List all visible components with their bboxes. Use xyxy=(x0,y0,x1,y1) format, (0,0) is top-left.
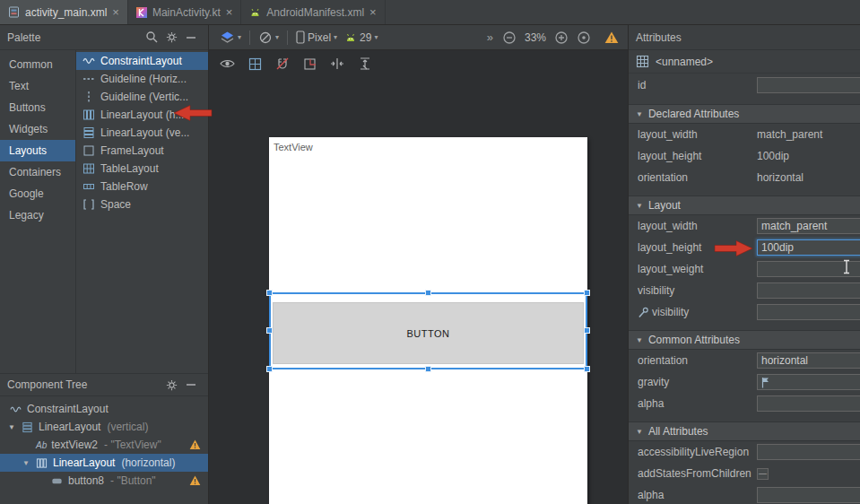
tab-activity-main-xml[interactable]: activity_main.xml × xyxy=(0,0,128,24)
search-icon[interactable] xyxy=(142,28,161,48)
expand-arrow-icon[interactable]: ▼ xyxy=(7,423,16,431)
category-text[interactable]: Text xyxy=(0,75,75,97)
zoom-in-button[interactable] xyxy=(554,30,569,45)
tablerow-icon xyxy=(82,180,95,194)
device-selector[interactable]: Pixel ▾ xyxy=(292,30,341,44)
tab-label: AndroidManifest.xml xyxy=(266,6,364,19)
close-icon[interactable]: × xyxy=(369,6,377,18)
category-google[interactable]: Google xyxy=(0,183,75,204)
selection-handle[interactable] xyxy=(425,366,431,372)
orientation-input[interactable] xyxy=(757,352,860,369)
tree-item-label: LinearLayout xyxy=(53,456,115,469)
gravity-input[interactable] xyxy=(757,374,860,390)
surface-mode-button[interactable]: ▾ xyxy=(216,30,245,45)
palette-item-space[interactable]: Space xyxy=(76,196,208,213)
accessibilityliveregion-input[interactable] xyxy=(757,444,860,460)
zoom-level: 33% xyxy=(525,31,546,44)
chevron-down-icon: ▾ xyxy=(275,33,279,41)
layout-height-input[interactable] xyxy=(757,239,860,256)
palette-item-linearlayout-horizontal[interactable]: LinearLayout (h... xyxy=(76,106,208,124)
api-level-selector[interactable]: 29 ▾ xyxy=(341,31,381,44)
warning-icon[interactable] xyxy=(604,31,619,44)
category-legacy[interactable]: Legacy xyxy=(0,204,75,226)
tab-mainactivity-kt[interactable]: MainActivity.kt × xyxy=(128,0,241,24)
component-tree-header: Component Tree xyxy=(0,373,208,396)
blueprint-grid-icon[interactable] xyxy=(248,57,262,71)
section-layout[interactable]: ▼ Layout xyxy=(629,196,860,215)
canvas-button[interactable]: BUTTON xyxy=(273,302,584,364)
selection-handle[interactable] xyxy=(584,327,590,334)
tree-item-linearlayout-horizontal[interactable]: ▼ LinearLayout (horizontal) xyxy=(0,454,208,472)
selected-component-row: <unnamed> xyxy=(629,50,860,74)
component-name: <unnamed> xyxy=(656,56,713,68)
tab-androidmanifest-xml[interactable]: AndroidManifest.xml × xyxy=(241,0,385,24)
layout-width-input[interactable] xyxy=(757,218,860,234)
device-screen[interactable]: TextView BUTTON xyxy=(269,137,587,504)
tree-item-suffix: - "TextView" xyxy=(104,439,161,451)
addstatesfromchildren-checkbox[interactable]: — xyxy=(757,468,769,480)
selection-handle[interactable] xyxy=(266,290,273,296)
minimize-icon[interactable] xyxy=(181,375,201,395)
selection-handle[interactable] xyxy=(425,290,431,296)
selection-handle[interactable] xyxy=(584,290,590,296)
alpha-input[interactable] xyxy=(757,395,860,412)
pack-horizontal-icon[interactable] xyxy=(330,56,344,71)
linearlayout-horizontal-icon xyxy=(82,109,95,122)
category-buttons[interactable]: Buttons xyxy=(0,97,75,118)
category-widgets[interactable]: Widgets xyxy=(0,118,75,140)
tools-visibility-input[interactable] xyxy=(757,304,860,320)
palette-item-framelayout[interactable]: FrameLayout xyxy=(76,142,208,160)
view-options-eye-icon[interactable] xyxy=(220,57,235,70)
tree-item-linearlayout-vertical[interactable]: ▼ LinearLayout (vertical) xyxy=(0,418,208,436)
selection-handle[interactable] xyxy=(266,366,273,372)
canvas-textview[interactable]: TextView xyxy=(274,142,313,152)
visibility-input[interactable] xyxy=(757,282,860,299)
attr-row-declared-layout-width[interactable]: layout_width match_parent xyxy=(629,124,860,145)
design-surface[interactable]: TextView BUTTON xyxy=(209,50,628,504)
selection-handle[interactable] xyxy=(266,327,273,334)
all-alpha-input[interactable] xyxy=(757,487,860,503)
textview-ab-icon: Ab xyxy=(36,440,47,450)
default-margins-icon[interactable] xyxy=(303,57,317,71)
palette-item-tablelayout[interactable]: TableLayout xyxy=(76,160,208,178)
minimize-icon[interactable] xyxy=(181,28,201,48)
attr-row-declared-orientation[interactable]: orientation horizontal xyxy=(629,167,860,188)
category-containers[interactable]: Containers xyxy=(0,161,75,183)
magnet-off-icon[interactable] xyxy=(275,57,290,71)
palette-item-constraintlayout[interactable]: ConstraintLayout xyxy=(76,52,208,70)
close-icon[interactable]: × xyxy=(226,6,233,18)
section-declared-attributes[interactable]: ▼ Declared Attributes xyxy=(629,104,860,124)
attr-row-declared-layout-height[interactable]: layout_height 100dip xyxy=(629,145,860,167)
id-input[interactable] xyxy=(757,77,860,93)
palette-item-linearlayout-vertical[interactable]: LinearLayout (ve... xyxy=(76,124,208,142)
section-common-attributes[interactable]: ▼ Common Attributes xyxy=(629,330,860,350)
selection-handle[interactable] xyxy=(584,366,590,372)
category-layouts[interactable]: Layouts xyxy=(0,140,75,161)
expand-vertical-icon[interactable] xyxy=(358,56,372,71)
section-all-attributes[interactable]: ▼ All Attributes xyxy=(629,421,860,441)
orientation-theme-button[interactable]: ▾ xyxy=(255,30,282,45)
warning-icon[interactable] xyxy=(189,475,201,486)
category-common[interactable]: Common xyxy=(0,54,75,75)
palette-item-guideline-vertical[interactable]: Guideline (Vertic... xyxy=(76,88,208,106)
close-icon[interactable]: × xyxy=(112,6,119,18)
layout-weight-input[interactable] xyxy=(757,261,860,277)
toolbar-overflow-button[interactable]: » xyxy=(487,30,494,44)
gear-icon[interactable] xyxy=(161,375,181,395)
component-grid-icon xyxy=(636,55,649,68)
selected-linearlayout[interactable]: BUTTON xyxy=(269,292,587,369)
editor-tab-bar: activity_main.xml × MainActivity.kt × An… xyxy=(0,0,860,25)
tree-item-textview2[interactable]: Ab textView2 - "TextView" xyxy=(0,436,208,454)
canvas-button-label: BUTTON xyxy=(406,328,449,339)
zoom-to-fit-button[interactable] xyxy=(577,30,591,45)
warning-icon[interactable] xyxy=(189,439,201,450)
tree-item-constraintlayout[interactable]: ConstraintLayout xyxy=(0,400,208,418)
tree-item-button8[interactable]: button8 - "Button" xyxy=(0,472,208,490)
chevron-down-icon: ▾ xyxy=(374,33,378,41)
palette-item-tablerow[interactable]: TableRow xyxy=(76,178,208,196)
flag-icon xyxy=(760,377,770,388)
expand-arrow-icon[interactable]: ▼ xyxy=(22,459,30,467)
gear-icon[interactable] xyxy=(161,28,181,48)
palette-item-guideline-horizontal[interactable]: Guideline (Horiz... xyxy=(76,70,208,88)
zoom-out-button[interactable] xyxy=(502,30,517,45)
